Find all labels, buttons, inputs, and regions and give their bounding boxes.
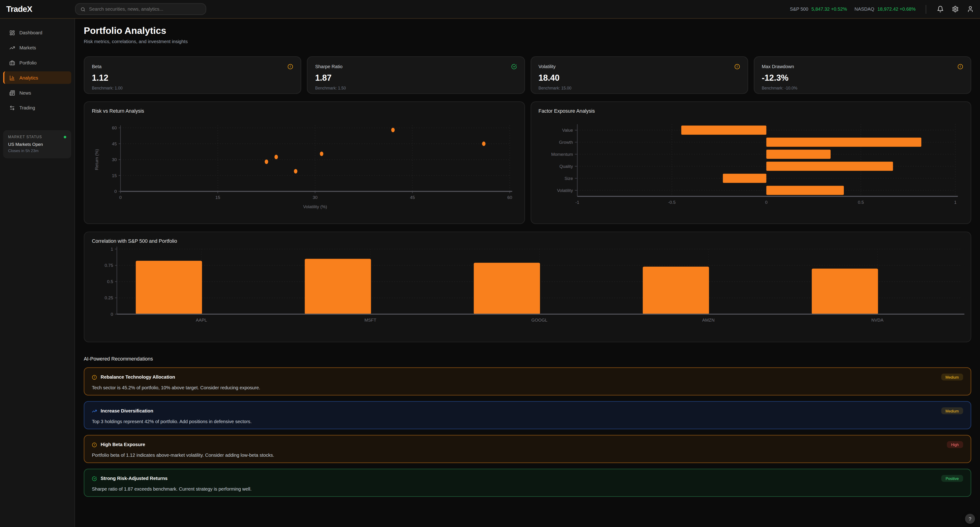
correlation-bar-chart: 00.250.50.751AAPLMSFTGOOGLAMZNNVDA bbox=[92, 244, 966, 332]
tick-label: 30 bbox=[112, 157, 117, 162]
recommendation-description: Top 3 holdings represent 42% of portfoli… bbox=[92, 419, 963, 424]
sidebar-item-label: Analytics bbox=[19, 75, 38, 80]
metric-label: Max Drawdown bbox=[762, 64, 794, 69]
user-button[interactable] bbox=[966, 5, 974, 13]
metric-benchmark: Benchmark: 15.00 bbox=[538, 86, 740, 90]
tick-label: 0.5 bbox=[858, 200, 864, 205]
sp500-value: 5,847.32 +0.52% bbox=[811, 6, 847, 12]
sidebar-item-analytics[interactable]: Analytics bbox=[3, 72, 71, 84]
tick-label: 45 bbox=[112, 141, 117, 146]
recommendation-title: Increase Diversification bbox=[101, 408, 153, 414]
metric-benchmark: Benchmark: 1.00 bbox=[92, 86, 293, 90]
app-logo: TradeX bbox=[6, 5, 75, 14]
main-content: Portfolio Analytics Risk metrics, correl… bbox=[75, 19, 980, 527]
sidebar-item-label: Trading bbox=[19, 105, 35, 110]
metric-value: 1.12 bbox=[92, 73, 293, 83]
charts-row: Risk vs Return Analysis 0153045600153045… bbox=[84, 101, 971, 224]
scatter-point[interactable] bbox=[482, 141, 485, 146]
tick-label: 60 bbox=[112, 125, 117, 130]
recommendation-rebalance-technology: Rebalance Technology Allocation Medium T… bbox=[84, 367, 971, 395]
gear-icon bbox=[951, 6, 958, 13]
tick-label: Quality bbox=[559, 164, 573, 169]
metric-label: Volatility bbox=[538, 64, 555, 69]
tick-label: 0.25 bbox=[105, 295, 113, 300]
scatter-point[interactable] bbox=[294, 169, 298, 173]
nasdaq-value: 18,972.42 +0.68% bbox=[877, 6, 916, 12]
correlation-bar-msft[interactable] bbox=[305, 259, 371, 314]
sidebar-item-portfolio[interactable]: Portfolio bbox=[3, 56, 71, 69]
recommendation-high-beta-exposure: High Beta Exposure High Portfolio beta o… bbox=[84, 435, 971, 463]
factor-bar-volatility[interactable] bbox=[766, 186, 843, 195]
alert-circle-icon bbox=[92, 442, 97, 447]
recommendation-title: Strong Risk-Adjusted Returns bbox=[101, 476, 168, 481]
tick-label: 0 bbox=[111, 312, 113, 317]
metric-card-beta: Beta 1.12 Benchmark: 1.00 bbox=[84, 56, 302, 94]
tick-label: 0 bbox=[765, 200, 767, 205]
metric-card-max-drawdown: Max Drawdown -12.3% Benchmark: -10.0% bbox=[754, 56, 971, 94]
settings-button[interactable] bbox=[951, 5, 959, 13]
tick-label: 1 bbox=[111, 247, 113, 252]
scatter-point[interactable] bbox=[265, 160, 268, 164]
factor-bar-momentum[interactable] bbox=[766, 150, 830, 158]
check-circle-icon bbox=[511, 64, 516, 69]
factor-bar-growth[interactable] bbox=[766, 138, 921, 147]
sidebar: Dashboard Markets Portfolio Analytics Ne… bbox=[0, 19, 75, 527]
factor-exposure-bar-chart: ValueGrowthMomentumQualitySizeVolatility… bbox=[538, 119, 963, 218]
notifications-button[interactable] bbox=[936, 5, 943, 13]
sidebar-item-label: Dashboard bbox=[19, 30, 42, 35]
nasdaq-label: NASDAQ bbox=[854, 6, 874, 12]
page-subtitle: Risk metrics, correlations, and investme… bbox=[84, 39, 971, 44]
trending-up-icon bbox=[92, 408, 97, 414]
trending-up-icon bbox=[9, 45, 15, 50]
tick-label: 0 bbox=[115, 189, 117, 194]
factor-bar-quality[interactable] bbox=[766, 161, 893, 171]
tick-label: -0.5 bbox=[668, 200, 675, 205]
correlation-bar-nvda[interactable] bbox=[811, 268, 878, 314]
tick-label: MSFT bbox=[364, 318, 377, 323]
bell-icon bbox=[937, 6, 943, 13]
tick-label: GOOGL bbox=[531, 318, 547, 323]
correlation-bar-googl[interactable] bbox=[474, 263, 540, 314]
chart-title: Risk vs Return Analysis bbox=[92, 108, 517, 114]
metric-card-sharpe-ratio: Sharpe Ratio 1.87 Benchmark: 1.50 bbox=[307, 56, 525, 94]
correlation-bar-amzn[interactable] bbox=[643, 267, 709, 314]
tick-label: 0.75 bbox=[105, 263, 113, 268]
market-open-indicator bbox=[64, 136, 66, 139]
metric-label: Sharpe Ratio bbox=[315, 64, 342, 69]
tick-label: Volatility bbox=[557, 188, 573, 193]
tick-label: Volatility (%) bbox=[303, 204, 327, 209]
metric-value: 1.87 bbox=[315, 73, 517, 83]
sidebar-item-dashboard[interactable]: Dashboard bbox=[3, 26, 71, 39]
market-status-detail: Closes in 5h 23m bbox=[8, 149, 66, 153]
alert-circle-icon bbox=[288, 64, 293, 69]
tick-label: AMZN bbox=[702, 318, 714, 323]
arrows-swap-icon bbox=[9, 105, 15, 110]
scatter-point[interactable] bbox=[274, 155, 278, 159]
correlation-bar-aapl[interactable] bbox=[136, 261, 202, 314]
risk-return-scatter-chart: 015304560015304560Volatility (%)Return (… bbox=[92, 119, 517, 218]
user-icon bbox=[967, 6, 974, 13]
tick-label: 1 bbox=[954, 200, 956, 205]
metric-value: -12.3% bbox=[762, 73, 963, 83]
sidebar-item-trading[interactable]: Trading bbox=[3, 101, 71, 114]
factor-bar-size[interactable] bbox=[722, 174, 766, 183]
chart-title: Factor Exposure Analysis bbox=[538, 108, 963, 114]
recommendation-description: Sharpe ratio of 1.87 exceeds benchmark. … bbox=[92, 486, 963, 492]
search-box[interactable] bbox=[75, 3, 206, 15]
severity-badge: High bbox=[947, 441, 963, 448]
help-button[interactable]: ? bbox=[965, 514, 975, 524]
severity-badge: Medium bbox=[941, 374, 963, 380]
scatter-point[interactable] bbox=[320, 152, 323, 156]
factor-bar-value[interactable] bbox=[681, 126, 766, 135]
sidebar-item-label: Portfolio bbox=[19, 60, 37, 65]
sidebar-item-label: News bbox=[19, 90, 31, 95]
scatter-point[interactable] bbox=[391, 128, 395, 132]
tick-label: 60 bbox=[508, 195, 512, 200]
search-input[interactable] bbox=[89, 6, 200, 12]
sidebar-item-markets[interactable]: Markets bbox=[3, 41, 71, 54]
metric-benchmark: Benchmark: -10.0% bbox=[762, 86, 963, 90]
search-icon bbox=[81, 6, 85, 11]
sp500-label: S&P 500 bbox=[790, 6, 808, 12]
alert-circle-icon bbox=[92, 374, 97, 380]
sidebar-item-news[interactable]: News bbox=[3, 86, 71, 99]
